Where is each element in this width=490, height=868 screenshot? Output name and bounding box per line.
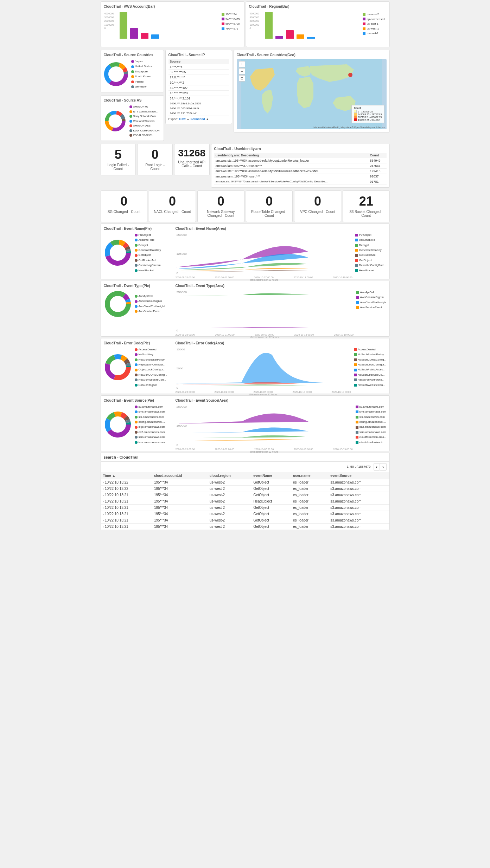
row-expand-chevron[interactable]: ›: [103, 525, 104, 529]
bar-region-1: [265, 12, 273, 39]
event-source-x-labels: 2020-09-25 00:00 2020-10-01 00:00 2020-1…: [176, 448, 353, 451]
error-code-pie-title: CloudTrail - Error Code(Pie): [104, 341, 174, 345]
user-identity-title: CloudTrail - UserIdentity.arn: [214, 147, 387, 151]
map-controls: + − ⊡: [239, 61, 245, 82]
source-ip-row: 27.0.***.***: [168, 75, 229, 80]
map-legend: Count 5 - 143569.25 143569.25 - 287133.5…: [351, 105, 384, 123]
event-name-area-container: CloudTrail - Event Name(Area) 250000: [176, 227, 387, 275]
event-source-charts: CloudTrail - Event Source(Pie) s3.amazon…: [104, 399, 387, 447]
svg-text:0: 0: [176, 386, 178, 389]
source-as-chart: AMAZON-02 NTT Communicatio... Sony Netwo…: [104, 104, 161, 138]
bar-region-5: [307, 37, 315, 39]
rt-changed-label: Route Table Changed - Count: [249, 210, 290, 218]
error-code-area-legend: AccessDenied NoSuchBucketPolicy NoSuchCO…: [354, 347, 387, 389]
event-source-pie-title: CloudTrail - Event Source(Pie): [104, 399, 174, 402]
svg-text:250000: 250000: [176, 233, 187, 236]
table-row: › 10/22 10:13:21 195***34 us-west-2 GetO…: [101, 523, 389, 530]
ngw-changed-label: Network Gateway Changed - Count: [201, 210, 241, 218]
login-failed-label: Login Failed - Count: [104, 163, 133, 171]
event-name-area-svg: 250000 125000 0: [176, 233, 352, 275]
account-bar-chart-panel: CloudTrail - AWS Account(Bar) 4000000 30…: [101, 1, 244, 47]
map-attribution: Made with NaturalEarth, Map data © OpenS…: [313, 126, 385, 129]
col-user: user.name: [291, 472, 328, 479]
map-zoom-in[interactable]: +: [239, 61, 245, 67]
export-row: Export: Raw ▲ Formatted ▲: [168, 117, 229, 121]
event-source-area-container: CloudTrail - Event Source(Area) 250000 1…: [176, 399, 387, 447]
source-ip-row: 3.***.***8: [168, 64, 229, 70]
error-code-panel: CloudTrail - Error Code(Pie) AccessDenie…: [101, 338, 390, 394]
search-section: search - CloudTrail 1–50 of 1857679 ‹ › …: [101, 453, 390, 530]
source-row: CloudTrail - Source Countries Japan Unit…: [101, 50, 390, 142]
search-title: search - CloudTrail: [101, 453, 390, 461]
error-code-donut: [104, 353, 132, 381]
sg-changed-value: 0: [104, 195, 145, 208]
event-type-area-chart: 250000 0 2020-09-25 00:00 2020-10-01 00:…: [176, 290, 354, 332]
event-source-area-legend: s3.amazonaws.com kms.amazonaws.com sts.a…: [356, 404, 387, 447]
pagination-row: 1–50 of 1857679 ‹ ›: [101, 462, 389, 472]
search-table-container: 1–50 of 1857679 ‹ › Time ▲ cloud.account…: [101, 461, 390, 530]
source-ip-title: CloudTrail - Source IP: [168, 53, 229, 57]
event-name-area-legend: PutObject AssumeRole Decrypt GenerateDat…: [355, 233, 387, 275]
row-expand-chevron[interactable]: ›: [103, 494, 104, 497]
event-name-area-title: CloudTrail - Event Name(Area): [176, 227, 387, 231]
bar-account-4: [151, 34, 159, 39]
row-expand-chevron[interactable]: ›: [103, 513, 104, 516]
nacl-changed-metric: 0 NACL Changed - Count: [149, 190, 196, 222]
source-countries-title: CloudTrail - Source Countries: [104, 53, 161, 57]
source-ip-row: 2406:***:131:70f5:d4f: [168, 111, 229, 116]
count-col-header: Count: [368, 153, 386, 158]
source-ip-row: 2406:***:18e9:3c5a:2805: [168, 101, 229, 106]
event-type-donut-container: AwsApiCall AwsConsoleSignIn AwsCloudTrai…: [104, 290, 174, 318]
svg-text:250000: 250000: [176, 291, 187, 293]
col-event: eventName: [251, 472, 291, 479]
event-type-area-legend: AwsApiCall AwsConsoleSignIn AwsCloudTrai…: [356, 290, 387, 332]
event-name-charts: CloudTrail - Event Name(Pie) PutObject: [104, 227, 387, 275]
user-identity-panel: CloudTrail - UserIdentity.arn userIdenti…: [211, 144, 390, 188]
export-raw-link[interactable]: Raw: [179, 117, 186, 121]
prev-page-button[interactable]: ‹: [374, 463, 380, 471]
source-ip-row: 13.***.***223: [168, 91, 229, 96]
event-source-panel: CloudTrail - Event Source(Pie) s3.amazon…: [101, 395, 390, 451]
event-type-area-container: CloudTrail - Event Type(Area) 250000 0 2…: [176, 284, 387, 332]
export-formatted-link[interactable]: Formatted: [190, 117, 205, 121]
event-source-area-chart: 250000 100000 0 2020-09-25 00:00 2020-10…: [176, 404, 353, 447]
geo-map[interactable]: + − ⊡ Count 5 - 143569.25 143569.25 - 28…: [237, 59, 387, 129]
error-code-donut-container: AccessDenied NoSuchKey NoSuchBucketPolic…: [104, 347, 174, 388]
row-expand-chevron[interactable]: ›: [103, 487, 104, 491]
user-identity-table: userIdentity.arn: Descending Count arn:a…: [214, 153, 387, 184]
event-name-pie-chart: PutObject AssumeRole Decrypt GenerateDat…: [104, 233, 174, 273]
sg-changed-metric: 0 SG Changed - Count: [101, 190, 148, 222]
map-reset[interactable]: ⊡: [239, 75, 245, 82]
root-login-value: 0: [140, 148, 170, 161]
arn-row: arn:aws:iam::592***3705:user/*** 247641: [214, 163, 387, 168]
col-region: cloud.region: [208, 472, 251, 479]
bar-account-3: [141, 33, 148, 39]
ngw-changed-value: 0: [201, 195, 241, 208]
bar-region-2: [275, 36, 283, 39]
error-code-pie-container: CloudTrail - Error Code(Pie) AccessDenie…: [104, 341, 174, 389]
event-source-donut-container: s3.amazonaws.com kms.amazonaws.com sts.a…: [104, 404, 174, 445]
unauth-api-metric: 31268 Unauthorized API Calls - Count: [174, 144, 210, 175]
event-name-pie-container: CloudTrail - Event Name(Pie) PutObject: [104, 227, 174, 275]
row-expand-chevron[interactable]: ›: [103, 500, 104, 503]
map-zoom-out[interactable]: −: [239, 68, 245, 75]
error-code-charts: CloudTrail - Error Code(Pie) AccessDenie…: [104, 341, 387, 389]
next-page-button[interactable]: ›: [380, 463, 386, 471]
event-type-x-labels: 2020-09-25 00:00 2020-10-01 00:00 2020-1…: [176, 333, 354, 336]
event-name-x-labels: 2020-09-25 00:00 2020-10-01 00:00 2020-1…: [176, 276, 352, 279]
row-expand-chevron[interactable]: ›: [103, 506, 104, 510]
event-type-pie-title: CloudTrail - Event Type(Pie): [104, 284, 174, 288]
search-results-table: Time ▲ cloud.account.id cloud.region eve…: [101, 472, 389, 530]
event-name-area-chart: 250000 125000 0 2020-09-25 00:00 2020-10…: [176, 233, 352, 275]
error-code-legend: AccessDenied NoSuchKey NoSuchBucketPolic…: [135, 347, 167, 388]
event-type-charts: CloudTrail - Event Type(Pie) AwsApiCall …: [104, 284, 387, 332]
arn-col-header: userIdentity.arn: Descending: [214, 153, 369, 158]
table-row: › 10/22 10:13:22 195***34 us-west-2 GetO…: [101, 479, 389, 485]
geo-map-title: CloudTrail - Source Countries(Geo): [237, 53, 387, 57]
row-expand-chevron[interactable]: ›: [103, 481, 104, 484]
col-time[interactable]: Time ▲: [101, 472, 152, 479]
source-as-panel: CloudTrail - Source AS AMAZON-02 NTT Com…: [101, 95, 164, 141]
event-source-x-axis-label: @timestamp per 12 hours: [176, 451, 353, 453]
unauth-api-value: 31268: [177, 148, 206, 158]
row-expand-chevron[interactable]: ›: [103, 519, 104, 522]
